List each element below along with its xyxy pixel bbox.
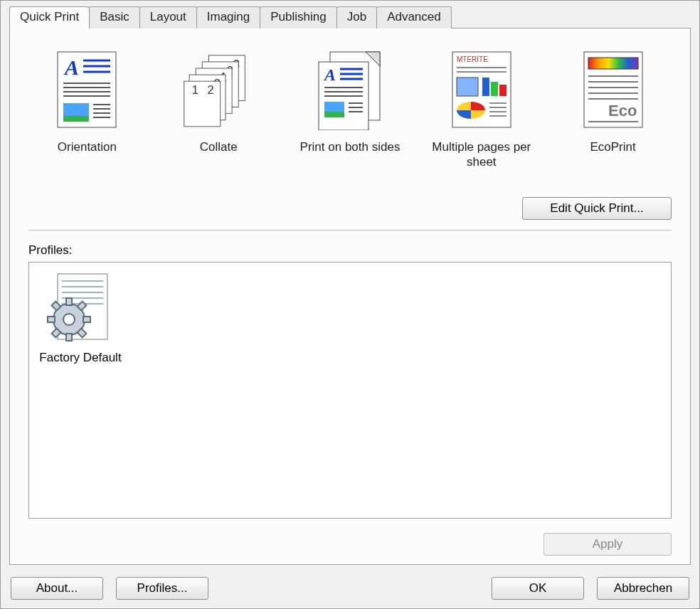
svg-point-70 xyxy=(63,314,75,325)
tab-strip: Quick Print Basic Layout Imaging Publish… xyxy=(1,1,699,28)
svg-text:MTERITE: MTERITE xyxy=(457,55,488,63)
svg-rect-55 xyxy=(588,58,638,69)
svg-rect-73 xyxy=(48,317,55,322)
svg-rect-74 xyxy=(83,317,90,322)
tab-label: Basic xyxy=(100,10,129,23)
ecoprint-icon: Eco xyxy=(578,47,649,132)
profiles-heading: Profiles: xyxy=(28,243,672,258)
tab-job[interactable]: Job xyxy=(336,6,377,28)
profiles-button[interactable]: Profiles... xyxy=(116,577,208,600)
tab-label: Quick Print xyxy=(20,10,79,23)
tab-label: Imaging xyxy=(207,10,250,23)
option-collate[interactable]: 3 2 1 3 2 1 Collate xyxy=(167,47,270,170)
tab-label: Publishing xyxy=(270,10,326,23)
tab-imaging[interactable]: Imaging xyxy=(196,6,260,28)
tab-basic[interactable]: Basic xyxy=(89,6,140,28)
about-button[interactable]: About... xyxy=(11,577,103,600)
ok-button[interactable]: OK xyxy=(492,577,584,600)
profile-item-factory-default[interactable]: Factory Default xyxy=(38,271,123,365)
profiles-listbox[interactable]: Factory Default xyxy=(28,262,672,519)
svg-rect-46 xyxy=(482,78,489,96)
option-label: Multiple pages per sheet xyxy=(430,139,533,170)
cancel-button[interactable]: Abbrechen xyxy=(597,577,689,600)
profile-label: Factory Default xyxy=(39,351,121,365)
collate-icon: 3 2 1 3 2 1 xyxy=(183,47,254,132)
tab-label: Job xyxy=(347,10,366,23)
edit-quick-print-button[interactable]: Edit Quick Print... xyxy=(522,197,672,220)
apply-row: Apply xyxy=(28,533,672,556)
option-label: EcoPrint xyxy=(590,139,635,154)
tab-layout[interactable]: Layout xyxy=(139,6,197,28)
orientation-icon: A xyxy=(51,47,122,132)
print-properties-dialog: Quick Print Basic Layout Imaging Publish… xyxy=(0,0,700,609)
svg-rect-45 xyxy=(457,78,478,96)
svg-rect-37 xyxy=(324,112,344,117)
option-label: Print on both sides xyxy=(300,139,401,154)
nup-icon: MTERITE xyxy=(446,47,517,132)
tab-label: Layout xyxy=(150,10,186,23)
svg-rect-10 xyxy=(63,116,89,122)
svg-text:2: 2 xyxy=(208,83,214,96)
tab-publishing[interactable]: Publishing xyxy=(260,6,336,28)
tab-quick-print[interactable]: Quick Print xyxy=(9,6,90,29)
dialog-footer: About... Profiles... OK Abbrechen xyxy=(1,571,699,608)
svg-text:1: 1 xyxy=(192,83,198,96)
option-ecoprint[interactable]: Eco EcoPrint xyxy=(561,47,664,170)
option-orientation[interactable]: A O xyxy=(36,47,139,170)
option-both-sides[interactable]: A Print on both sides xyxy=(299,47,402,170)
svg-rect-47 xyxy=(491,82,498,96)
tab-advanced[interactable]: Advanced xyxy=(376,6,452,28)
svg-text:Eco: Eco xyxy=(608,102,637,120)
svg-rect-72 xyxy=(66,334,72,341)
quick-print-options: A O xyxy=(28,47,672,176)
duplex-icon: A xyxy=(314,47,386,132)
edit-quick-print-row: Edit Quick Print... xyxy=(28,197,672,220)
svg-rect-23 xyxy=(184,81,221,127)
tab-panel-quick-print: A O xyxy=(9,28,691,565)
option-multi-per-sheet[interactable]: MTERITE xyxy=(430,47,533,170)
factory-default-icon xyxy=(45,271,116,348)
svg-text:A: A xyxy=(323,65,336,84)
svg-rect-71 xyxy=(66,298,72,305)
tab-label: Advanced xyxy=(387,10,441,23)
apply-button: Apply xyxy=(543,533,672,556)
option-label: Orientation xyxy=(58,139,117,154)
option-label: Collate xyxy=(200,139,238,154)
svg-rect-48 xyxy=(499,85,507,96)
svg-text:A: A xyxy=(63,55,79,79)
separator xyxy=(28,230,672,231)
